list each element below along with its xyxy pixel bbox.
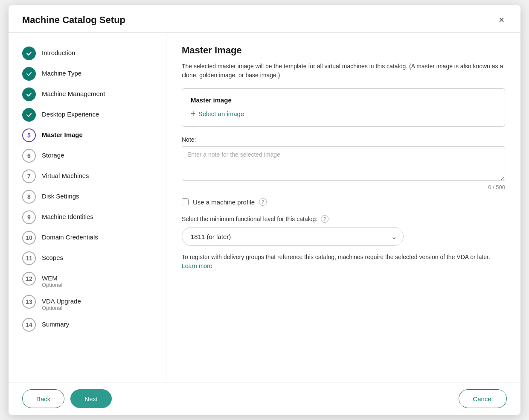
step-label-scopes: Scopes: [42, 251, 63, 261]
step-indicator-virtual-machines: 7: [22, 169, 36, 183]
select-image-label: Select an image: [198, 110, 244, 117]
step-indicator-machine-management: [22, 88, 36, 101]
section-desc: The selected master image will be the te…: [182, 62, 505, 80]
machine-profile-help-icon[interactable]: ?: [259, 198, 267, 206]
use-machine-profile-label: Use a machine profile: [193, 198, 255, 206]
sidebar-item-disk-settings[interactable]: 8Disk Settings: [22, 187, 166, 207]
func-level-select[interactable]: 1811 (or later)2003 (or later)2106 (or l…: [182, 227, 404, 246]
note-label: Note:: [182, 136, 505, 143]
step-indicator-disk-settings: 8: [22, 190, 36, 204]
sidebar-item-introduction[interactable]: Introduction: [22, 43, 166, 64]
machine-catalog-dialog: Machine Catalog Setup × IntroductionMach…: [9, 5, 520, 415]
step-sub-vda-upgrade: Optional: [42, 305, 81, 311]
step-label-disk-settings: Disk Settings: [42, 190, 79, 200]
sidebar-item-desktop-experience[interactable]: Desktop Experience: [22, 105, 166, 125]
sidebar-item-machine-type[interactable]: Machine Type: [22, 64, 166, 84]
char-count: 0 / 500: [182, 184, 505, 190]
footer-left: Back Next: [22, 389, 112, 408]
sidebar-item-domain-credentials[interactable]: 10Domain Credentials: [22, 228, 166, 248]
sidebar-item-scopes[interactable]: 11Scopes: [22, 248, 166, 268]
master-image-label: Master image: [191, 96, 496, 104]
step-sub-wem: Optional: [42, 282, 62, 288]
sidebar-item-master-image[interactable]: 5Master Image: [22, 125, 166, 146]
sidebar-item-wem[interactable]: 12WEMOptional: [22, 268, 166, 292]
step-label-domain-credentials: Domain Credentials: [42, 231, 98, 241]
dialog-footer: Back Next Cancel: [9, 382, 520, 415]
step-indicator-machine-type: [22, 67, 36, 81]
use-machine-profile-checkbox[interactable]: [182, 198, 189, 205]
step-label-vda-upgrade: VDA Upgrade: [42, 295, 81, 305]
step-indicator-domain-credentials: 10: [22, 231, 36, 245]
vda-note: To register with delivery groups that re…: [182, 253, 505, 271]
step-indicator-storage: 6: [22, 149, 36, 163]
step-indicator-summary: 14: [22, 318, 36, 332]
step-indicator-wem: 12: [22, 272, 36, 286]
step-label-machine-management: Machine Management: [42, 88, 105, 97]
step-label-wem: WEM: [42, 272, 62, 282]
main-content: Master Image The selected master image w…: [166, 33, 520, 382]
footer-right: Cancel: [459, 389, 507, 408]
step-label-introduction: Introduction: [42, 47, 75, 56]
step-label-master-image: Master Image: [42, 128, 83, 138]
step-label-summary: Summary: [42, 318, 69, 328]
next-button[interactable]: Next: [70, 389, 112, 408]
dialog-header: Machine Catalog Setup ×: [9, 5, 520, 33]
section-title: Master Image: [182, 45, 505, 56]
use-machine-profile-row: Use a machine profile ?: [182, 198, 505, 206]
step-indicator-desktop-experience: [22, 108, 36, 122]
sidebar-item-vda-upgrade[interactable]: 13VDA UpgradeOptional: [22, 292, 166, 315]
dialog-body: IntroductionMachine TypeMachine Manageme…: [9, 33, 520, 382]
back-button[interactable]: Back: [22, 389, 64, 408]
sidebar-item-storage[interactable]: 6Storage: [22, 146, 166, 166]
step-label-storage: Storage: [42, 149, 64, 159]
sidebar-item-machine-identities[interactable]: 9Machine Identities: [22, 207, 166, 228]
step-label-virtual-machines: Virtual Machines: [42, 169, 89, 179]
step-label-machine-type: Machine Type: [42, 67, 81, 77]
step-indicator-introduction: [22, 47, 36, 60]
note-textarea[interactable]: [182, 146, 505, 181]
func-level-select-wrapper: 1811 (or later)2003 (or later)2106 (or l…: [182, 227, 404, 246]
learn-more-link[interactable]: Learn more: [182, 262, 212, 269]
step-indicator-machine-identities: 9: [22, 210, 36, 224]
step-label-machine-identities: Machine Identities: [42, 210, 93, 220]
master-image-box: Master image + Select an image: [182, 88, 505, 127]
select-image-button[interactable]: + Select an image: [191, 109, 244, 119]
sidebar-item-summary[interactable]: 14Summary: [22, 315, 166, 335]
func-level-label: Select the minimum functional level for …: [182, 215, 505, 223]
close-button[interactable]: ×: [496, 15, 507, 26]
sidebar-item-virtual-machines[interactable]: 7Virtual Machines: [22, 166, 166, 187]
sidebar: IntroductionMachine TypeMachine Manageme…: [9, 33, 166, 382]
step-indicator-master-image: 5: [22, 128, 36, 142]
plus-icon: +: [191, 109, 196, 119]
step-indicator-vda-upgrade: 13: [22, 295, 36, 309]
cancel-button[interactable]: Cancel: [459, 389, 507, 408]
dialog-title: Machine Catalog Setup: [22, 15, 125, 26]
func-level-help-icon[interactable]: ?: [321, 215, 328, 223]
step-label-desktop-experience: Desktop Experience: [42, 108, 99, 118]
sidebar-item-machine-management[interactable]: Machine Management: [22, 84, 166, 105]
step-indicator-scopes: 11: [22, 251, 36, 265]
